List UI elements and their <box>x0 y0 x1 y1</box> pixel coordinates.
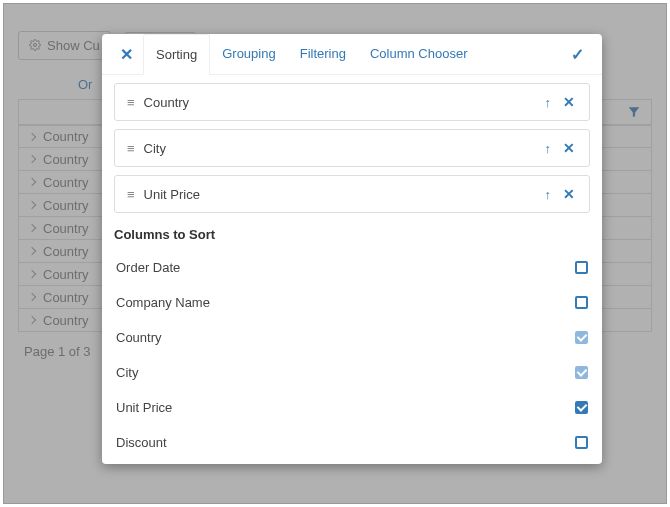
sort-direction-icon[interactable]: ↑ <box>545 95 552 110</box>
drag-handle-icon[interactable]: ≡ <box>127 187 134 202</box>
customize-modal: ✕ SortingGroupingFilteringColumn Chooser… <box>102 34 602 464</box>
tab-sorting[interactable]: Sorting <box>143 34 210 75</box>
column-label: Order Date <box>116 260 180 275</box>
column-checkbox[interactable] <box>575 296 588 309</box>
column-row: Company Name <box>114 285 590 320</box>
drag-handle-icon[interactable]: ≡ <box>127 95 134 110</box>
remove-sort-icon[interactable]: ✕ <box>561 140 577 156</box>
sort-item-label: City <box>144 141 166 156</box>
tab-column-chooser[interactable]: Column Chooser <box>358 34 480 74</box>
modal-body: ≡Country↑✕≡City↑✕≡Unit Price↑✕ Columns t… <box>102 75 602 464</box>
close-icon[interactable]: ✕ <box>114 41 139 68</box>
column-label: Unit Price <box>116 400 172 415</box>
sort-item-label: Country <box>144 95 190 110</box>
sort-item: ≡Unit Price↑✕ <box>114 175 590 213</box>
column-row: Unit Price <box>114 390 590 425</box>
modal-tab-bar: ✕ SortingGroupingFilteringColumn Chooser… <box>102 34 602 75</box>
tab-grouping[interactable]: Grouping <box>210 34 287 74</box>
column-row: Country <box>114 320 590 355</box>
sort-item-label: Unit Price <box>144 187 200 202</box>
confirm-icon[interactable]: ✓ <box>565 41 590 68</box>
column-checkbox[interactable] <box>575 366 588 379</box>
sort-direction-icon[interactable]: ↑ <box>545 141 552 156</box>
tab-filtering[interactable]: Filtering <box>288 34 358 74</box>
sort-item: ≡City↑✕ <box>114 129 590 167</box>
column-row: City <box>114 355 590 390</box>
column-label: Company Name <box>116 295 210 310</box>
column-label: Discount <box>116 435 167 450</box>
column-checkbox[interactable] <box>575 261 588 274</box>
column-row: Order Date <box>114 250 590 285</box>
sort-direction-icon[interactable]: ↑ <box>545 187 552 202</box>
columns-section-title: Columns to Sort <box>114 227 590 242</box>
column-label: Country <box>116 330 162 345</box>
sort-item: ≡Country↑✕ <box>114 83 590 121</box>
column-label: City <box>116 365 138 380</box>
column-checkbox[interactable] <box>575 331 588 344</box>
column-row: Discount <box>114 425 590 460</box>
remove-sort-icon[interactable]: ✕ <box>561 186 577 202</box>
drag-handle-icon[interactable]: ≡ <box>127 141 134 156</box>
column-checkbox[interactable] <box>575 401 588 414</box>
remove-sort-icon[interactable]: ✕ <box>561 94 577 110</box>
column-checkbox[interactable] <box>575 436 588 449</box>
